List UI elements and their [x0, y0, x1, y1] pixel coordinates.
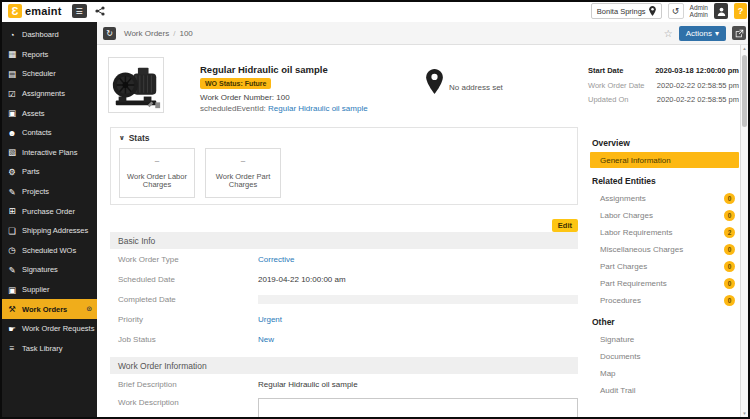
edit-button[interactable]: Edit	[552, 219, 578, 232]
field-value-work-order-type[interactable]: Corrective	[258, 255, 578, 264]
right-nav-item-label: Audit Trail	[600, 386, 636, 395]
stat-card-work-order-part-charges: –Work Order Part Charges	[205, 148, 281, 198]
favorite-star-icon[interactable]: ☆	[664, 28, 673, 39]
right-nav-item-procedures[interactable]: Procedures0	[590, 292, 739, 309]
right-nav-item-part-charges[interactable]: Part Charges0	[590, 258, 739, 275]
sidebar-item-contacts[interactable]: ☻Contacts	[0, 123, 97, 143]
breadcrumb-bar: ↻ Work Orders / 100 ☆ Actions ▾	[97, 22, 748, 45]
right-nav-header-other: Other	[592, 317, 739, 327]
sidebar-item-shipping-addresses[interactable]: ❏Shipping Addresses	[0, 221, 97, 241]
sidebar-item-assignments[interactable]: ☑Assignments	[0, 84, 97, 104]
work-order-requests-icon: ☛	[7, 324, 17, 334]
sidebar-item-signatures[interactable]: ✎Signatures	[0, 260, 97, 280]
user-first-name: Admin	[690, 4, 708, 11]
scheduled-event-row: scheduledEventId: Regular Hidraulic oil …	[200, 104, 368, 113]
main-nav-sidebar: ◔Dashboard▦Reports▤Scheduler☑Assignments…	[0, 22, 97, 419]
count-badge: 0	[724, 210, 735, 221]
field-label: Priority	[118, 315, 258, 324]
address-pin	[426, 69, 443, 98]
right-nav-item-labor-charges[interactable]: Labor Charges0	[590, 207, 739, 224]
sidebar-item-supplier[interactable]: ▣Supplier	[0, 280, 97, 300]
hamburger-menu-button[interactable]: ☰	[72, 4, 87, 18]
scrollbar-thumb[interactable]	[742, 55, 747, 127]
sidebar-item-task-library[interactable]: ≡Task Library	[0, 339, 97, 359]
popout-button[interactable]	[732, 26, 746, 40]
sidebar-item-label: Supplier	[22, 285, 50, 294]
sidebar-item-label: Purchase Order	[22, 207, 75, 216]
stat-label: Work Order Labor Charges	[120, 173, 194, 190]
sidebar-item-label: Task Library	[22, 344, 62, 353]
chevron-down-icon: ∨	[119, 134, 125, 142]
sidebar-item-label: Signatures	[22, 265, 58, 274]
right-nav-item-map[interactable]: Map	[590, 365, 739, 382]
history-icon: ↺	[672, 6, 680, 16]
sidebar-item-assets[interactable]: ▣Assets	[0, 103, 97, 123]
scroll-down-arrow[interactable]: ▼	[741, 411, 748, 416]
sidebar-item-work-order-requests[interactable]: ☛Work Order Requests	[0, 319, 97, 339]
date-label: Updated On	[588, 93, 628, 108]
sidebar-item-scheduled-wos[interactable]: ◷Scheduled WOs	[0, 241, 97, 261]
vertical-scrollbar[interactable]: ▲ ▼	[740, 45, 748, 417]
right-nav-header-related-entities: Related Entities	[592, 176, 739, 186]
field-label: Work Description	[118, 398, 258, 407]
right-nav-item-label: Part Charges	[600, 262, 647, 271]
scheduler-icon: ▤	[7, 69, 17, 79]
sidebar-item-dashboard[interactable]: ◔Dashboard	[0, 25, 97, 45]
field-value-job-status[interactable]: New	[258, 335, 578, 344]
history-button[interactable]: ↺	[668, 3, 684, 19]
date-value: 2020-03-18 12:00:00 pm	[655, 64, 739, 79]
stats-header[interactable]: ∨ Stats	[111, 128, 577, 146]
field-row-job-status: Job StatusNew	[110, 329, 578, 349]
field-row-work-order-type: Work Order TypeCorrective	[110, 249, 578, 269]
sidebar-item-scheduler[interactable]: ▤Scheduler	[0, 64, 97, 84]
help-button[interactable]: ?	[734, 3, 747, 19]
sidebar-item-reports[interactable]: ▦Reports	[0, 45, 97, 65]
caret-down-icon: ▾	[715, 29, 719, 38]
refresh-button[interactable]: ↻	[103, 27, 116, 40]
right-nav-item-part-requirements[interactable]: Part Requirements0	[590, 275, 739, 292]
signatures-icon: ✎	[7, 265, 17, 275]
sidebar-item-parts[interactable]: ⚙Parts	[0, 162, 97, 182]
right-nav-item-assignments[interactable]: Assignments0	[590, 190, 739, 207]
breadcrumb-section[interactable]: Work Orders	[124, 29, 169, 38]
sidebar-item-purchase-order[interactable]: ⊞Purchase Order	[0, 201, 97, 221]
actions-label: Actions	[686, 29, 712, 38]
address-text: No address set	[449, 83, 503, 92]
right-nav-item-general-information[interactable]: General Information	[590, 152, 739, 168]
stat-card-work-order-labor-charges: –Work Order Labor Charges	[119, 148, 195, 198]
right-nav-item-miscellaneous-charges[interactable]: Miscellaneous Charges0	[590, 241, 739, 258]
field-value-priority[interactable]: Urgent	[258, 315, 578, 324]
right-nav-item-audit-trail[interactable]: Audit Trail	[590, 382, 739, 399]
stats-cards: –Work Order Labor Charges–Work Order Par…	[111, 146, 577, 200]
interactive-plans-icon: ▧	[7, 147, 17, 157]
question-mark-icon: ?	[738, 6, 744, 16]
work-order-information-header: Work Order Information	[110, 357, 578, 374]
external-link-icon	[735, 29, 744, 38]
sitemap-share-button[interactable]	[95, 6, 105, 16]
stat-label: Work Order Part Charges	[206, 173, 280, 190]
scheduled-event-link[interactable]: Regular Hidraulic oil sample	[268, 104, 368, 113]
work-orders-icon: ⚒	[7, 304, 17, 314]
field-row-brief-description: Brief DescriptionRegular Hidraulic oil s…	[110, 374, 578, 394]
dashboard-icon: ◔	[7, 30, 17, 40]
hamburger-icon: ☰	[76, 7, 83, 16]
field-value-brief-description: Regular Hidraulic oil sample	[258, 380, 578, 389]
scroll-up-arrow[interactable]: ▲	[741, 46, 748, 51]
site-selector[interactable]: Bonita Springs	[591, 3, 662, 19]
date-label: Start Date	[588, 64, 623, 79]
sidebar-item-label: Contacts	[22, 128, 52, 137]
user-menu-button[interactable]	[714, 3, 728, 19]
actions-button[interactable]: Actions ▾	[679, 26, 726, 41]
field-input-work-description[interactable]	[258, 398, 578, 419]
sidebar-item-projects[interactable]: ✎Projects	[0, 182, 97, 202]
asset-photo[interactable]	[108, 57, 164, 113]
sidebar-item-work-orders[interactable]: ⚒Work Orders⊙	[0, 299, 97, 319]
right-nav-item-documents[interactable]: Documents	[590, 348, 739, 365]
empty-field-completed-date[interactable]	[258, 295, 578, 304]
right-nav-item-label: Signature	[600, 335, 634, 344]
date-row-start-date: Start Date2020-03-18 12:00:00 pm	[588, 64, 739, 79]
right-nav-item-signature[interactable]: Signature	[590, 331, 739, 348]
sidebar-item-interactive-plans[interactable]: ▧Interactive Plans	[0, 143, 97, 163]
eye-icon: ⊙	[86, 305, 92, 313]
right-nav-item-labor-requirements[interactable]: Labor Requirements2	[590, 224, 739, 241]
